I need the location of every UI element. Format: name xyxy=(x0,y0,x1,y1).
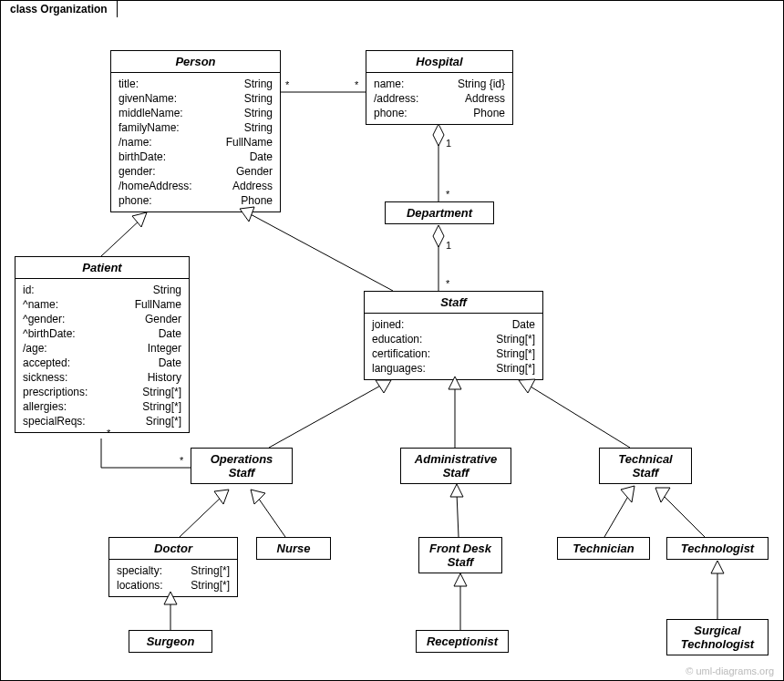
class-operations-staff: Operations Staff xyxy=(191,448,293,484)
svg-line-10 xyxy=(457,493,459,537)
mult-label: * xyxy=(355,79,359,90)
class-title: Technician xyxy=(558,538,649,559)
diamond-icon xyxy=(433,225,444,247)
triangle-icon xyxy=(376,380,391,393)
class-title: Technologist xyxy=(667,538,768,559)
class-body: id:String^name:FullName^gender:Gender^bi… xyxy=(15,279,189,432)
class-technical-staff: Technical Staff xyxy=(599,448,692,484)
triangle-icon xyxy=(454,573,467,586)
class-title: Technical Staff xyxy=(600,449,691,483)
class-doctor: Doctor specialty:String[*]locations:Stri… xyxy=(108,537,238,597)
svg-line-9 xyxy=(256,495,285,537)
class-title: Nurse xyxy=(257,538,330,559)
svg-line-7 xyxy=(526,384,630,448)
diagram-frame: class Organization Person title:Stringgi… xyxy=(0,0,784,681)
frame-title-tab: class Organization xyxy=(0,0,118,17)
class-title: Patient xyxy=(15,257,189,279)
triangle-icon xyxy=(655,488,670,502)
triangle-icon xyxy=(711,561,724,573)
frame-title: class Organization xyxy=(10,3,108,15)
class-body: joined:Dateeducation:String[*]certificat… xyxy=(365,314,542,379)
class-title: Surgeon xyxy=(129,631,211,652)
class-administrative-staff: Administrative Staff xyxy=(400,448,511,484)
svg-line-3 xyxy=(101,218,142,256)
class-title: Receptionist xyxy=(417,631,508,652)
class-title: Administrative Staff xyxy=(401,449,511,483)
class-body: specialty:String[*]locations:String[*] xyxy=(109,560,237,596)
svg-line-8 xyxy=(180,495,223,537)
class-body: name:String {id}/address:Addressphone:Ph… xyxy=(366,73,512,124)
class-title: Front Desk Staff xyxy=(419,538,501,573)
mult-label: * xyxy=(446,278,450,289)
class-hospital: Hospital name:String {id}/address:Addres… xyxy=(366,50,513,125)
triangle-icon xyxy=(132,212,147,227)
class-patient: Patient id:String^name:FullName^gender:G… xyxy=(15,256,190,433)
mult-label: 1 xyxy=(446,138,451,149)
class-title: Person xyxy=(111,51,280,73)
class-title: Department xyxy=(386,202,493,223)
class-title: Doctor xyxy=(109,538,237,560)
class-title: Hospital xyxy=(366,51,512,73)
class-surgeon: Surgeon xyxy=(129,630,212,653)
triangle-icon xyxy=(251,490,265,504)
class-title: Staff xyxy=(365,292,542,314)
class-surgical-technologist: Surgical Technologist xyxy=(666,619,769,655)
class-title: Operations Staff xyxy=(191,449,292,483)
class-staff: Staff joined:Dateeducation:String[*]cert… xyxy=(364,291,543,380)
class-technologist: Technologist xyxy=(666,537,769,560)
mult-label: 1 xyxy=(446,240,451,251)
mult-label: * xyxy=(446,189,450,200)
class-nurse: Nurse xyxy=(256,537,331,560)
triangle-icon xyxy=(621,486,634,502)
mult-label: * xyxy=(285,79,290,90)
mult-label: * xyxy=(180,455,184,466)
triangle-icon xyxy=(519,379,535,393)
triangle-icon xyxy=(214,490,229,504)
class-title: Surgical Technologist xyxy=(667,620,768,655)
diamond-icon xyxy=(433,124,444,146)
svg-line-4 xyxy=(247,212,393,291)
class-body: title:StringgivenName:StringmiddleName:S… xyxy=(111,73,280,212)
triangle-icon xyxy=(450,484,463,497)
svg-line-5 xyxy=(269,384,384,448)
class-front-desk-staff: Front Desk Staff xyxy=(418,537,502,573)
class-receptionist: Receptionist xyxy=(416,630,509,653)
class-person: Person title:StringgivenName:Stringmiddl… xyxy=(110,50,281,212)
watermark: © uml-diagrams.org xyxy=(686,666,774,676)
svg-line-12 xyxy=(661,493,705,537)
class-department: Department xyxy=(385,201,494,224)
svg-line-11 xyxy=(604,493,630,537)
class-technician: Technician xyxy=(557,537,650,560)
